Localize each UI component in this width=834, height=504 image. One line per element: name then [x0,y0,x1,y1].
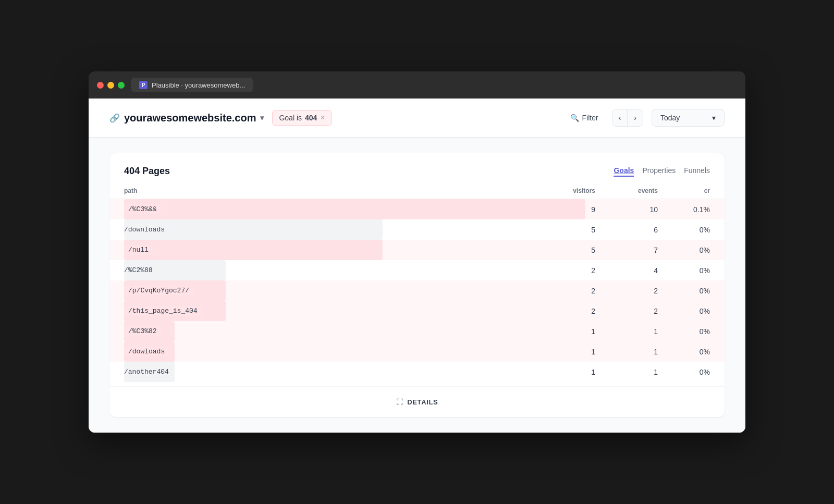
row-path: /downloads [124,225,533,235]
site-name: yourawesomewebsite.com [124,112,256,124]
col-path-header: path [124,187,533,194]
row-visitors: 1 [533,348,595,356]
close-button[interactable] [97,82,104,89]
row-visitors: 2 [533,307,595,315]
browser-chrome: P Plausible · yourawesomeweb... [89,71,745,99]
table-row[interactable]: /dowloads110% [109,341,725,362]
row-events: 1 [595,327,658,336]
table-header: path Visitors Events CR [109,183,725,199]
tab-goals[interactable]: Goals [614,166,634,177]
row-cr: 0% [658,327,710,336]
filter-value: 404 [305,114,317,122]
row-events: 4 [595,266,658,275]
row-cr: 0% [658,266,710,275]
expand-icon: ⛶ [396,398,403,406]
row-cr: 0% [658,368,710,376]
row-events: 1 [595,368,658,376]
col-cr-header: CR [658,187,710,194]
row-path: /%C2%88 [124,265,533,275]
date-chevron-icon: ▾ [712,114,716,122]
site-selector[interactable]: 🔗 yourawesomewebsite.com ▾ [109,112,264,124]
row-visitors: 2 [533,287,595,295]
details-row: ⛶ DETAILS [109,386,725,417]
main-content: 404 Pages Goals Properties Funnels path … [89,138,745,433]
card-tabs: Goals Properties Funnels [614,166,710,177]
row-visitors: 1 [533,368,595,376]
pages-card: 404 Pages Goals Properties Funnels path … [109,153,725,417]
filter-button[interactable]: 🔍 Filter [565,110,604,125]
row-path: /p/CvqKoYgoc27/ [124,286,533,296]
table-body: /%C3%&&9100.1%/downloads560%/null570%/%C… [109,199,725,382]
tab-funnels[interactable]: Funnels [684,166,710,177]
row-visitors: 5 [533,226,595,234]
row-events: 6 [595,226,658,234]
tab-favicon: P [139,81,148,89]
table-row[interactable]: /%C3%82110% [109,321,725,341]
row-cr: 0% [658,287,710,295]
table-row[interactable]: /%C2%88240% [109,260,725,280]
nav-prev-button[interactable]: ‹ [612,109,628,126]
row-path: /%C3%&& [124,204,533,214]
details-button[interactable]: ⛶ DETAILS [396,398,438,406]
row-cr: 0% [658,348,710,356]
nav-next-button[interactable]: › [628,109,643,126]
site-chevron-icon: ▾ [260,114,264,122]
filter-btn-label: Filter [582,114,598,122]
row-path: /%C3%82 [124,326,533,336]
row-cr: 0% [658,307,710,315]
table-row[interactable]: /null570% [109,240,725,260]
row-events: 2 [595,287,658,295]
maximize-button[interactable] [118,82,125,89]
minimize-button[interactable] [107,82,114,89]
table-row[interactable]: /%C3%&&9100.1% [109,199,725,219]
row-visitors: 1 [533,327,595,336]
browser-tab[interactable]: P Plausible · yourawesomeweb... [131,78,253,92]
row-events: 1 [595,348,658,356]
filter-label: Goal is [279,114,302,122]
table-row[interactable]: /p/CvqKoYgoc27/220% [109,280,725,301]
tab-properties[interactable]: Properties [642,166,676,177]
row-path: /null [124,245,533,255]
row-path: /this_page_is_404 [124,306,533,316]
row-events: 10 [595,205,658,214]
row-path: /another404 [124,367,533,377]
tab-label: Plausible · yourawesomeweb... [152,81,245,89]
search-icon: 🔍 [570,114,579,122]
col-visitors-header: Visitors [533,187,595,194]
date-label: Today [660,114,680,122]
row-visitors: 2 [533,266,595,275]
table-container: path Visitors Events CR /%C3%&&9100.1%/d… [109,177,725,417]
row-events: 7 [595,246,658,254]
nav-arrows: ‹ › [612,109,643,127]
table-row[interactable]: /downloads560% [109,219,725,240]
col-events-header: Events [595,187,658,194]
traffic-lights [97,82,125,89]
row-visitors: 9 [533,205,595,214]
card-header: 404 Pages Goals Properties Funnels [109,153,725,177]
date-picker[interactable]: Today ▾ [652,109,725,127]
details-label: DETAILS [407,398,438,406]
row-cr: 0.1% [658,205,710,214]
row-path: /dowloads [124,347,533,357]
table-row[interactable]: /another404110% [109,362,725,382]
browser-content: 🔗 yourawesomewebsite.com ▾ Goal is 404 ×… [89,99,745,433]
card-title: 404 Pages [124,166,170,177]
filter-close-button[interactable]: × [320,114,325,122]
browser-window: P Plausible · yourawesomeweb... 🔗 youraw… [89,71,745,433]
row-cr: 0% [658,246,710,254]
row-cr: 0% [658,226,710,234]
filter-badge: Goal is 404 × [272,110,332,126]
table-row[interactable]: /this_page_is_404220% [109,301,725,321]
row-visitors: 5 [533,246,595,254]
link-icon: 🔗 [109,113,120,123]
top-bar: 🔗 yourawesomewebsite.com ▾ Goal is 404 ×… [89,99,745,138]
row-events: 2 [595,307,658,315]
